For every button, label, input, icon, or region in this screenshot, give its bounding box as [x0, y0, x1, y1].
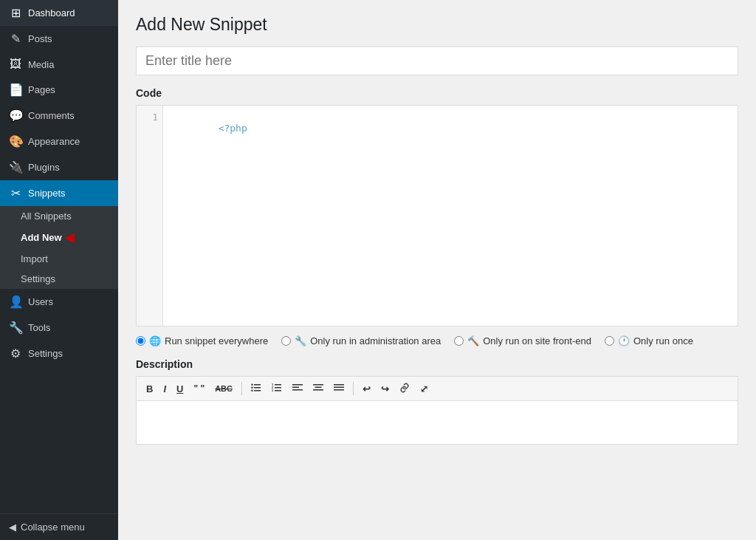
- sidebar-item-label: Snippets: [28, 188, 66, 199]
- code-section-label: Code: [136, 87, 738, 99]
- justify-button[interactable]: [330, 380, 348, 397]
- sidebar-item-label: Media: [28, 59, 54, 70]
- line-numbers: 1: [137, 106, 163, 326]
- sidebar-item-pages[interactable]: 📄 Pages: [0, 77, 118, 103]
- sidebar-item-label: Settings: [28, 348, 63, 359]
- sidebar-item-snippets[interactable]: ✂ Snippets: [0, 180, 118, 206]
- svg-rect-0: [254, 384, 261, 386]
- code-editor[interactable]: 1 <?php: [136, 105, 738, 327]
- radio-everywhere[interactable]: 🌐 Run snippet everywhere: [136, 335, 268, 346]
- radio-once-input[interactable]: [605, 336, 614, 346]
- sidebar-item-label: Appearance: [28, 136, 80, 147]
- radio-admin[interactable]: 🔧 Only run in administration area: [281, 335, 441, 346]
- collapse-menu-label: Collapse menu: [21, 522, 85, 533]
- blockquote-button[interactable]: " ": [190, 382, 208, 395]
- sidebar-item-appearance[interactable]: 🎨 Appearance: [0, 129, 118, 154]
- align-left-button[interactable]: [289, 380, 306, 397]
- svg-point-4: [251, 387, 252, 389]
- ol-button[interactable]: 123: [268, 380, 286, 397]
- align-center-button[interactable]: [309, 380, 327, 397]
- svg-rect-19: [334, 387, 344, 389]
- radio-admin-label: Only run in administration area: [310, 335, 441, 346]
- strikethrough-button[interactable]: ABC: [211, 383, 236, 395]
- plugins-icon: 🔌: [9, 160, 22, 174]
- svg-rect-8: [275, 390, 281, 392]
- globe-icon: 🌐: [149, 335, 161, 346]
- radio-once-label: Only run once: [633, 335, 693, 346]
- media-icon: 🖼: [9, 58, 22, 71]
- pages-icon: 📄: [9, 83, 22, 97]
- sidebar-item-posts[interactable]: ✎ Posts: [0, 26, 118, 52]
- toolbar-divider-2: [353, 382, 354, 395]
- underline-button[interactable]: U: [173, 382, 187, 396]
- sidebar-item-plugins[interactable]: 🔌 Plugins: [0, 154, 118, 180]
- submenu-all-snippets[interactable]: All Snippets: [0, 206, 118, 226]
- italic-button[interactable]: I: [159, 382, 170, 396]
- ul-button[interactable]: [247, 380, 265, 397]
- collapse-menu-button[interactable]: ◀ Collapse menu: [0, 513, 118, 540]
- dashboard-icon: ⊞: [9, 6, 22, 20]
- snippets-submenu: All Snippets Add New ◀ Import Settings: [0, 206, 118, 289]
- sidebar-item-users[interactable]: 👤 Users: [0, 289, 118, 315]
- svg-rect-1: [254, 387, 261, 389]
- sidebar-item-label: Dashboard: [28, 7, 75, 18]
- submenu-settings[interactable]: Settings: [0, 269, 118, 289]
- svg-rect-13: [292, 387, 299, 389]
- arrow-indicator: ◀: [65, 230, 74, 245]
- clock-icon: 🕐: [618, 335, 630, 346]
- radio-once[interactable]: 🕐 Only run once: [605, 335, 693, 346]
- sidebar-item-label: Pages: [28, 84, 55, 95]
- radio-frontend[interactable]: 🔨 Only run on site front-end: [454, 335, 591, 346]
- svg-point-5: [251, 390, 252, 392]
- settings-icon: ⚙: [9, 346, 22, 360]
- sidebar-item-comments[interactable]: 💬 Comments: [0, 103, 118, 129]
- code-line-1: <?php: [219, 123, 247, 134]
- fullscreen-button[interactable]: ⤢: [416, 382, 432, 396]
- submenu-add-new[interactable]: Add New ◀: [0, 226, 118, 249]
- title-input[interactable]: [136, 47, 738, 75]
- link-button[interactable]: [396, 380, 413, 397]
- svg-text:3: 3: [272, 389, 274, 392]
- sidebar-item-label: Tools: [28, 322, 50, 333]
- collapse-arrow-icon: ◀: [9, 522, 16, 533]
- radio-admin-input[interactable]: [281, 336, 291, 346]
- editor-toolbar: B I U " " ABC 123 ↩ ↪: [136, 376, 738, 400]
- snippets-icon: ✂: [9, 186, 22, 200]
- svg-rect-6: [275, 384, 281, 386]
- svg-point-3: [251, 384, 252, 386]
- hammer-icon: 🔨: [467, 335, 479, 346]
- bold-button[interactable]: B: [142, 382, 157, 396]
- undo-button[interactable]: ↩: [359, 382, 374, 396]
- sidebar-item-tools[interactable]: 🔧 Tools: [0, 315, 118, 341]
- add-new-label: Add New: [21, 232, 62, 243]
- radio-everywhere-input[interactable]: [136, 336, 145, 346]
- sidebar-item-label: Users: [28, 296, 53, 307]
- description-editor-body[interactable]: [136, 400, 738, 445]
- redo-button[interactable]: ↪: [377, 382, 393, 396]
- radio-everywhere-label: Run snippet everywhere: [165, 335, 268, 346]
- svg-rect-20: [334, 389, 344, 391]
- sidebar-item-label: Plugins: [28, 162, 60, 173]
- submenu-import[interactable]: Import: [0, 249, 118, 269]
- sidebar-item-settings[interactable]: ⚙ Settings: [0, 341, 118, 366]
- appearance-icon: 🎨: [9, 134, 22, 148]
- comments-icon: 💬: [9, 109, 22, 123]
- svg-rect-12: [292, 384, 303, 386]
- main-content: Add New Snippet Code 1 <?php 🌐 Run snipp…: [118, 0, 756, 540]
- page-title: Add New Snippet: [136, 15, 738, 35]
- users-icon: 👤: [9, 295, 22, 309]
- description-label: Description: [136, 358, 738, 370]
- run-options-row: 🌐 Run snippet everywhere 🔧 Only run in a…: [136, 327, 738, 355]
- code-content[interactable]: <?php: [163, 106, 738, 326]
- svg-rect-2: [254, 390, 261, 392]
- svg-rect-7: [275, 387, 281, 389]
- radio-frontend-label: Only run on site front-end: [483, 335, 591, 346]
- tools-icon: 🔧: [9, 321, 22, 335]
- svg-rect-16: [315, 387, 321, 389]
- sidebar-item-media[interactable]: 🖼 Media: [0, 52, 118, 77]
- sidebar-item-dashboard[interactable]: ⊞ Dashboard: [0, 0, 118, 26]
- svg-rect-14: [292, 389, 303, 391]
- svg-rect-18: [334, 384, 344, 386]
- svg-rect-15: [313, 384, 323, 386]
- radio-frontend-input[interactable]: [454, 336, 464, 346]
